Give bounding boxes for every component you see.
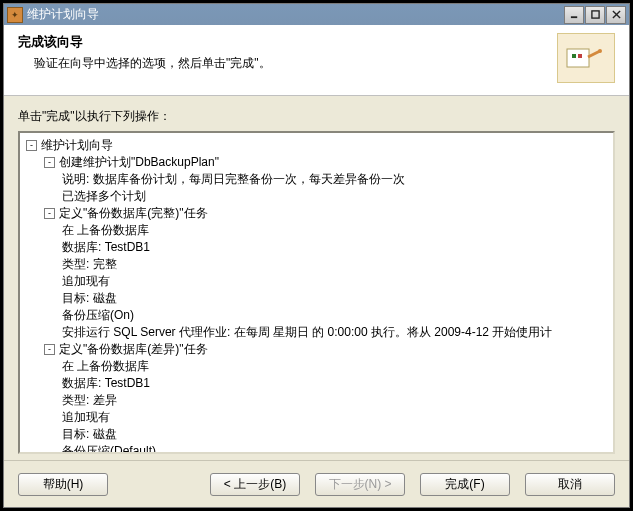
- back-button[interactable]: < 上一步(B): [210, 473, 300, 496]
- tree-leaf: 在 上备份数据库: [62, 223, 149, 237]
- tree-leaf: 追加现有: [62, 274, 110, 288]
- wizard-window: ✦ 维护计划向导 完成该向导 验证在向导中选择的选项，然后单击"完成"。 单击"…: [4, 4, 629, 507]
- tree-leaf: 安排运行 SQL Server 代理作业: 在每周 星期日 的 0:00:00 …: [62, 325, 552, 339]
- header-illustration: [557, 33, 615, 83]
- svg-rect-0: [570, 16, 576, 18]
- tree-leaf: 数据库: TestDB1: [62, 240, 150, 254]
- title-bar: ✦ 维护计划向导: [4, 4, 629, 25]
- wizard-body: 单击"完成"以执行下列操作： -维护计划向导 -创建维护计划"DbBackupP…: [4, 96, 629, 460]
- tree-root: 维护计划向导: [41, 137, 113, 154]
- tree-leaf: 说明: 数据库备份计划，每周日完整备份一次，每天差异备份一次: [62, 172, 405, 186]
- tree-leaf: 数据库: TestDB1: [62, 376, 150, 390]
- tree-leaf: 已选择多个计划: [62, 189, 146, 203]
- tree-task-full: 定义"备份数据库(完整)"任务: [59, 205, 208, 222]
- svg-point-7: [598, 49, 602, 53]
- svg-rect-6: [578, 54, 582, 58]
- close-button[interactable]: [606, 6, 626, 24]
- svg-rect-1: [591, 11, 598, 18]
- next-button: 下一步(N) >: [315, 473, 405, 496]
- summary-tree[interactable]: -维护计划向导 -创建维护计划"DbBackupPlan" 说明: 数据库备份计…: [18, 131, 615, 454]
- wizard-footer: 帮助(H) < 上一步(B) 下一步(N) > 完成(F) 取消: [4, 460, 629, 507]
- expand-toggle[interactable]: -: [44, 157, 55, 168]
- window-title: 维护计划向导: [27, 6, 564, 23]
- help-button[interactable]: 帮助(H): [18, 473, 108, 496]
- svg-rect-5: [572, 54, 576, 58]
- tree-leaf: 类型: 差异: [62, 393, 117, 407]
- expand-toggle[interactable]: -: [44, 344, 55, 355]
- tree-leaf: 目标: 磁盘: [62, 427, 117, 441]
- maximize-button[interactable]: [585, 6, 605, 24]
- app-icon: ✦: [7, 7, 23, 23]
- cancel-button[interactable]: 取消: [525, 473, 615, 496]
- header-subtitle: 验证在向导中选择的选项，然后单击"完成"。: [34, 55, 557, 72]
- header-title: 完成该向导: [18, 33, 557, 51]
- tree-leaf: 在 上备份数据库: [62, 359, 149, 373]
- tree-task-diff: 定义"备份数据库(差异)"任务: [59, 341, 208, 358]
- tree-leaf: 备份压缩(On): [62, 308, 134, 322]
- tree-leaf: 目标: 磁盘: [62, 291, 117, 305]
- tree-leaf: 备份压缩(Default): [62, 444, 156, 454]
- wizard-header: 完成该向导 验证在向导中选择的选项，然后单击"完成"。: [4, 25, 629, 96]
- expand-toggle[interactable]: -: [26, 140, 37, 151]
- tree-plan-label: 创建维护计划"DbBackupPlan": [59, 154, 219, 171]
- finish-button[interactable]: 完成(F): [420, 473, 510, 496]
- instruction-text: 单击"完成"以执行下列操作：: [18, 108, 615, 125]
- tree-leaf: 追加现有: [62, 410, 110, 424]
- expand-toggle[interactable]: -: [44, 208, 55, 219]
- minimize-button[interactable]: [564, 6, 584, 24]
- tree-leaf: 类型: 完整: [62, 257, 117, 271]
